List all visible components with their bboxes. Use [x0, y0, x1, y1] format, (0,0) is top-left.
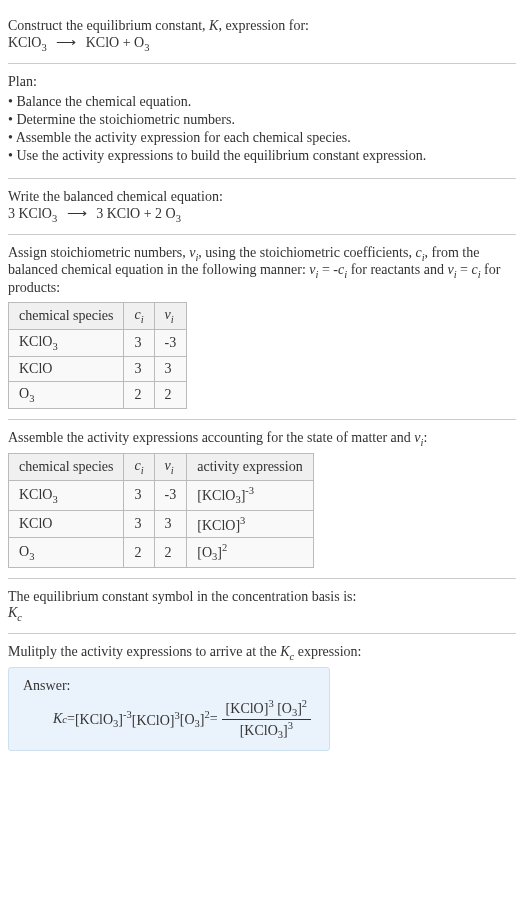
col-nui: νi	[154, 303, 187, 330]
ci-cell: 3	[124, 329, 154, 356]
nui-cell: 2	[154, 538, 187, 567]
plan-bullet-4: • Use the activity expressions to build …	[8, 148, 516, 164]
col-ci: ci	[124, 303, 154, 330]
fraction: [KClO]3 [O3]2 [KClO3]3	[222, 698, 311, 740]
table-header-row: chemical species ci νi activity expressi…	[9, 454, 314, 481]
prompt-line: Construct the equilibrium constant, K, e…	[8, 18, 516, 34]
rhs1-coef: 3	[96, 206, 103, 221]
ci-cell: 2	[124, 538, 154, 567]
table-row: KClO3 3 -3 [KClO3]-3	[9, 481, 314, 510]
ci-cell: 2	[124, 381, 154, 408]
answer-label: Answer:	[23, 678, 315, 694]
nui-cell: -3	[154, 329, 187, 356]
nui-cell: 3	[154, 356, 187, 381]
table-row: O3 2 2 [O3]2	[9, 538, 314, 567]
plan-bullet-3: • Assemble the activity expression for e…	[8, 130, 516, 146]
basis-line: The equilibrium constant symbol in the c…	[8, 589, 516, 605]
rhs1-species: KClO +	[107, 206, 155, 221]
K-symbol: K	[209, 18, 218, 33]
basis-section: The equilibrium constant symbol in the c…	[8, 579, 516, 634]
col-species: chemical species	[9, 303, 124, 330]
activity-cell: [O3]2	[187, 538, 313, 567]
species-cell: KClO	[9, 510, 124, 538]
species-cell: KClO3	[9, 481, 124, 510]
col-ci: ci	[124, 454, 154, 481]
nui-cell: 3	[154, 510, 187, 538]
reaction-arrow: ⟶	[56, 34, 76, 51]
col-nui: νi	[154, 454, 187, 481]
activity-cell: [KClO3]-3	[187, 481, 313, 510]
plan-bullet-1: • Balance the chemical equation.	[8, 94, 516, 110]
table-row: KClO 3 3 [KClO]3	[9, 510, 314, 538]
activity-section: Assemble the activity expressions accoun…	[8, 420, 516, 579]
numerator: [KClO]3 [O3]2	[222, 698, 311, 719]
stoich-table: chemical species ci νi KClO3 3 -3 KClO 3…	[8, 302, 187, 408]
activity-cell: [KClO]3	[187, 510, 313, 538]
stoich-intro: Assign stoichiometric numbers, νi, using…	[8, 245, 516, 297]
unbalanced-reaction: KClO3 ⟶ KClO + O3	[8, 34, 516, 53]
species-cell: KClO	[9, 356, 124, 381]
answer-box: Answer: Kc = [KClO3]-3 [KClO]3 [O3]2 = […	[8, 667, 330, 751]
ci-cell: 3	[124, 481, 154, 510]
plan-section: Plan: • Balance the chemical equation. •…	[8, 64, 516, 179]
lhs-coef: 3	[8, 206, 15, 221]
col-activity: activity expression	[187, 454, 313, 481]
term2: [KClO]3	[132, 710, 180, 729]
species-cell: O3	[9, 381, 124, 408]
balanced-section: Write the balanced chemical equation: 3 …	[8, 179, 516, 235]
lhs-species: KClO3	[19, 206, 58, 221]
plan-bullet-2: • Determine the stoichiometric numbers.	[8, 112, 516, 128]
prompt-text: Construct the equilibrium constant,	[8, 18, 209, 33]
rhs2-species: O3	[166, 206, 181, 221]
table-header-row: chemical species ci νi	[9, 303, 187, 330]
table-row: KClO 3 3	[9, 356, 187, 381]
nui-cell: 2	[154, 381, 187, 408]
kc-symbol: Kc	[8, 605, 516, 623]
denominator: [KClO3]3	[222, 720, 311, 740]
activity-title: Assemble the activity expressions accoun…	[8, 430, 516, 448]
ci-cell: 3	[124, 356, 154, 381]
col-species: chemical species	[9, 454, 124, 481]
activity-table: chemical species ci νi activity expressi…	[8, 453, 314, 567]
balanced-reaction: 3 KClO3 ⟶ 3 KClO + 2 O3	[8, 205, 516, 224]
term1: [KClO3]-3	[75, 709, 132, 729]
prompt-section: Construct the equilibrium constant, K, e…	[8, 8, 516, 64]
term3: [O3]2	[180, 709, 210, 729]
nui-cell: -3	[154, 481, 187, 510]
balanced-title: Write the balanced chemical equation:	[8, 189, 516, 205]
reaction-arrow: ⟶	[67, 205, 87, 222]
multiply-section: Mulitply the activity expressions to arr…	[8, 634, 516, 762]
answer-expression: Kc = [KClO3]-3 [KClO]3 [O3]2 = [KClO]3 […	[53, 698, 315, 740]
table-row: O3 2 2	[9, 381, 187, 408]
plan-title: Plan:	[8, 74, 516, 90]
multiply-line: Mulitply the activity expressions to arr…	[8, 644, 516, 662]
table-row: KClO3 3 -3	[9, 329, 187, 356]
rhs2-coef: 2	[155, 206, 162, 221]
species-cell: KClO3	[9, 329, 124, 356]
lhs-species: KClO3	[8, 35, 47, 50]
species-cell: O3	[9, 538, 124, 567]
rhs-species: KClO + O3	[86, 35, 150, 50]
plan-bullets: • Balance the chemical equation. • Deter…	[8, 94, 516, 164]
stoich-section: Assign stoichiometric numbers, νi, using…	[8, 235, 516, 420]
ci-cell: 3	[124, 510, 154, 538]
prompt-text-2: , expression for:	[218, 18, 309, 33]
